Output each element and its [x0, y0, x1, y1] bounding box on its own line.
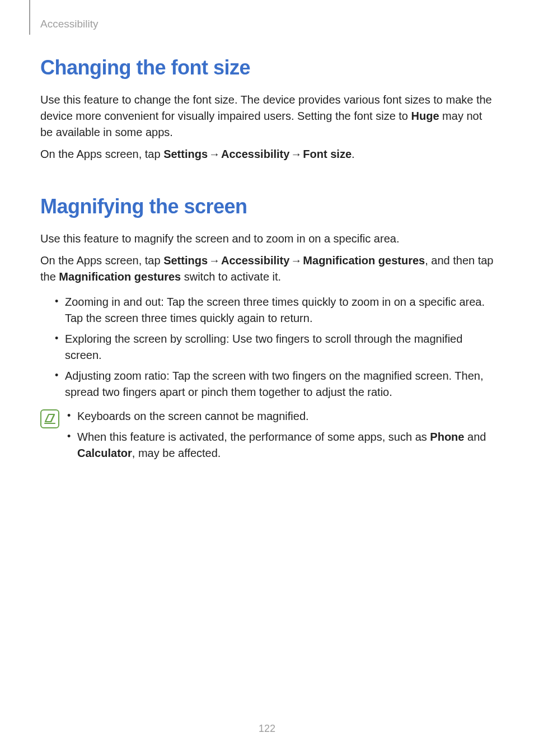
note-icon-wrap — [40, 409, 59, 428]
text: On the Apps screen, tap — [40, 254, 163, 267]
nav-magnification-gestures: Magnification gestures — [303, 254, 425, 267]
text: On the Apps screen, tap — [40, 148, 163, 160]
nav-settings: Settings — [163, 254, 208, 267]
font-size-description: Use this feature to change the font size… — [40, 92, 495, 141]
list-item: Keyboards on the screen cannot be magnif… — [67, 408, 495, 424]
arrow-icon: → — [208, 254, 221, 267]
note-icon — [40, 409, 59, 428]
list-item: Exploring the screen by scrolling: Use t… — [55, 331, 495, 363]
header-section-label: Accessibility — [40, 18, 98, 30]
list-item: Zooming in and out: Tap the screen three… — [55, 294, 495, 326]
note-list: Keyboards on the screen cannot be magnif… — [67, 408, 495, 466]
list-item: When this feature is activated, the perf… — [67, 429, 495, 461]
page-number: 122 — [0, 723, 534, 735]
text-bold-calculator: Calculator — [77, 447, 132, 459]
text: When this feature is activated, the perf… — [77, 431, 430, 443]
nav-settings: Settings — [163, 148, 208, 160]
magnifying-nav: On the Apps screen, tap Settings→Accessi… — [40, 253, 495, 285]
text-bold-magnification-gestures: Magnification gestures — [59, 270, 181, 283]
section-title-magnifying: Magnifying the screen — [40, 195, 495, 218]
section-title-font-size: Changing the font size — [40, 56, 495, 80]
section-font-size: Changing the font size Use this feature … — [40, 56, 495, 162]
arrow-icon: → — [208, 148, 221, 160]
page-content: Changing the font size Use this feature … — [40, 56, 495, 498]
text-bold-huge: Huge — [411, 110, 439, 122]
text: switch to activate it. — [181, 270, 281, 283]
section-magnifying: Magnifying the screen Use this feature t… — [40, 195, 495, 466]
magnifying-bullet-list: Zooming in and out: Tap the screen three… — [40, 294, 495, 400]
magnifying-description: Use this feature to magnify the screen a… — [40, 231, 495, 247]
text: and — [464, 431, 486, 443]
nav-accessibility: Accessibility — [221, 148, 289, 160]
note-block: Keyboards on the screen cannot be magnif… — [40, 408, 495, 466]
arrow-icon: → — [289, 254, 303, 267]
text: , may be affected. — [132, 447, 221, 459]
text: . — [352, 148, 355, 160]
nav-accessibility: Accessibility — [221, 254, 289, 267]
font-size-nav: On the Apps screen, tap Settings→Accessi… — [40, 146, 495, 162]
list-item: Adjusting zoom ratio: Tap the screen wit… — [55, 368, 495, 400]
arrow-icon: → — [289, 148, 303, 160]
text-bold-phone: Phone — [430, 431, 464, 443]
header-divider — [29, 0, 30, 35]
nav-font-size: Font size — [303, 148, 352, 160]
